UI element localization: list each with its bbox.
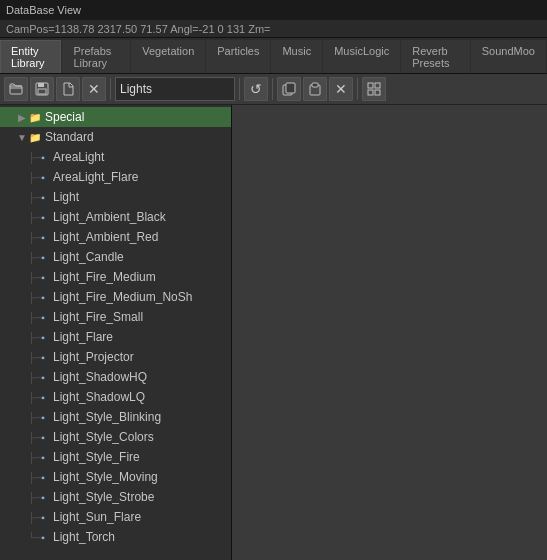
- tree-item-special[interactable]: ▶ 📁 Special: [0, 107, 231, 127]
- dot12: ├─: [28, 372, 36, 383]
- file-icon-14: ▪: [36, 430, 50, 444]
- close2-button[interactable]: ✕: [329, 77, 353, 101]
- item-label-3: Light_Ambient_Black: [53, 210, 166, 224]
- dot8: ├─: [28, 292, 36, 303]
- tree-item-light-style-moving[interactable]: ├─ ▪ Light_Style_Moving: [0, 467, 231, 487]
- tab-soundmoo[interactable]: SoundMoo: [471, 40, 546, 73]
- paste-button[interactable]: [303, 77, 327, 101]
- tab-particles[interactable]: Particles: [206, 40, 270, 73]
- extra-button[interactable]: [362, 77, 386, 101]
- tree-item-light-candle[interactable]: ├─ ▪ Light_Candle: [0, 247, 231, 267]
- tree-item-light-ambient-black[interactable]: ├─ ▪ Light_Ambient_Black: [0, 207, 231, 227]
- tab-prefabs-library[interactable]: Prefabs Library: [62, 40, 130, 73]
- file-icon-2: ▪: [36, 190, 50, 204]
- copy-button[interactable]: [277, 77, 301, 101]
- title-text: DataBase View: [6, 4, 81, 16]
- expand-standard[interactable]: ▼: [16, 132, 28, 143]
- right-panel: [232, 105, 547, 560]
- item-label-5: Light_Candle: [53, 250, 124, 264]
- tree-panel: ▶ 📁 Special ▼ 📁 Standard ├─ ▪: [0, 105, 232, 560]
- svg-rect-5: [286, 83, 295, 93]
- file-icon-8: ▪: [36, 310, 50, 324]
- tab-musiclogic[interactable]: MusicLogic: [323, 40, 400, 73]
- tree-item-light-style-colors[interactable]: ├─ ▪ Light_Style_Colors: [0, 427, 231, 447]
- dot17: ├─: [28, 472, 36, 483]
- open-button[interactable]: [4, 77, 28, 101]
- tree-item-light-torch[interactable]: └─ ▪ Light_Torch: [0, 527, 231, 547]
- tree-item-light-shadowhq[interactable]: ├─ ▪ Light_ShadowHQ: [0, 367, 231, 387]
- dot13: ├─: [28, 392, 36, 403]
- dot1: ├─: [28, 152, 36, 163]
- file-icon-17: ▪: [36, 490, 50, 504]
- item-label-17: Light_Style_Strobe: [53, 490, 154, 504]
- item-label-1: AreaLight_Flare: [53, 170, 138, 184]
- dot11: ├─: [28, 352, 36, 363]
- delete-button[interactable]: ✕: [82, 77, 106, 101]
- dot7: ├─: [28, 272, 36, 283]
- item-label-11: Light_ShadowHQ: [53, 370, 147, 384]
- tree-item-light-fire-medium[interactable]: ├─ ▪ Light_Fire_Medium: [0, 267, 231, 287]
- expand-special[interactable]: ▶: [16, 112, 28, 123]
- tree-item-light-ambient-red[interactable]: ├─ ▪ Light_Ambient_Red: [0, 227, 231, 247]
- item-label-9: Light_Flare: [53, 330, 113, 344]
- new-file-button[interactable]: [56, 77, 80, 101]
- tab-vegetation[interactable]: Vegetation: [131, 40, 205, 73]
- tree-item-light-style-fire[interactable]: ├─ ▪ Light_Style_Fire: [0, 447, 231, 467]
- save-button[interactable]: [30, 77, 54, 101]
- main-container: Entity Library Prefabs Library Vegetatio…: [0, 38, 547, 560]
- file-icon-0: ▪: [36, 150, 50, 164]
- file-icon-12: ▪: [36, 390, 50, 404]
- dot20: └─: [28, 532, 36, 543]
- dot15: ├─: [28, 432, 36, 443]
- item-label-2: Light: [53, 190, 79, 204]
- file-icon-18: ▪: [36, 510, 50, 524]
- dot9: ├─: [28, 312, 36, 323]
- tree-item-light[interactable]: ├─ ▪ Light: [0, 187, 231, 207]
- item-label-0: AreaLight: [53, 150, 104, 164]
- tab-entity-library[interactable]: Entity Library: [0, 40, 61, 73]
- file-icon-5: ▪: [36, 250, 50, 264]
- special-label: Special: [45, 110, 84, 124]
- svg-rect-9: [375, 83, 380, 88]
- item-label-19: Light_Torch: [53, 530, 115, 544]
- tree-item-light-flare[interactable]: ├─ ▪ Light_Flare: [0, 327, 231, 347]
- tree-item-light-fire-medium-nosh[interactable]: ├─ ▪ Light_Fire_Medium_NoSh: [0, 287, 231, 307]
- dot16: ├─: [28, 452, 36, 463]
- tree-item-light-sun-flare[interactable]: ├─ ▪ Light_Sun_Flare: [0, 507, 231, 527]
- separator-4: [357, 78, 358, 100]
- file-icon-6: ▪: [36, 270, 50, 284]
- cam-bar: CamPos=1138.78 2317.50 71.57 Angl=-21 0 …: [0, 20, 547, 38]
- tree-item-light-style-blinking[interactable]: ├─ ▪ Light_Style_Blinking: [0, 407, 231, 427]
- tree-item-light-projector[interactable]: ├─ ▪ Light_Projector: [0, 347, 231, 367]
- tree-item-light-shadowlq[interactable]: ├─ ▪ Light_ShadowLQ: [0, 387, 231, 407]
- tree-item-light-style-strobe[interactable]: ├─ ▪ Light_Style_Strobe: [0, 487, 231, 507]
- svg-rect-2: [38, 83, 44, 87]
- svg-rect-3: [38, 89, 46, 94]
- library-select[interactable]: Lights All: [115, 77, 235, 101]
- dot4: ├─: [28, 212, 36, 223]
- tree-item-arealight-flare[interactable]: ├─ ▪ AreaLight_Flare: [0, 167, 231, 187]
- file-icon-11: ▪: [36, 370, 50, 384]
- dot2: ├─: [28, 172, 36, 183]
- tab-bar: Entity Library Prefabs Library Vegetatio…: [0, 38, 547, 74]
- tab-music[interactable]: Music: [271, 40, 322, 73]
- item-label-12: Light_ShadowLQ: [53, 390, 145, 404]
- file-icon-1: ▪: [36, 170, 50, 184]
- tree-item-standard[interactable]: ▼ 📁 Standard: [0, 127, 231, 147]
- item-label-6: Light_Fire_Medium: [53, 270, 156, 284]
- dot5: ├─: [28, 232, 36, 243]
- folder-icon-special: 📁: [28, 110, 42, 124]
- separator-1: [110, 78, 111, 100]
- refresh-button[interactable]: ↺: [244, 77, 268, 101]
- file-icon-15: ▪: [36, 450, 50, 464]
- file-icon-16: ▪: [36, 470, 50, 484]
- dot19: ├─: [28, 512, 36, 523]
- toolbar: ✕ Lights All ↺ ✕: [0, 74, 547, 105]
- item-label-4: Light_Ambient_Red: [53, 230, 158, 244]
- item-label-16: Light_Style_Moving: [53, 470, 158, 484]
- tree-item-arealight[interactable]: ├─ ▪ AreaLight: [0, 147, 231, 167]
- tree-item-light-fire-small[interactable]: ├─ ▪ Light_Fire_Small: [0, 307, 231, 327]
- file-icon-4: ▪: [36, 230, 50, 244]
- cam-pos-text: CamPos=1138.78 2317.50 71.57 Angl=-21 0 …: [6, 23, 271, 35]
- tab-reverb-presets[interactable]: Reverb Presets: [401, 40, 470, 73]
